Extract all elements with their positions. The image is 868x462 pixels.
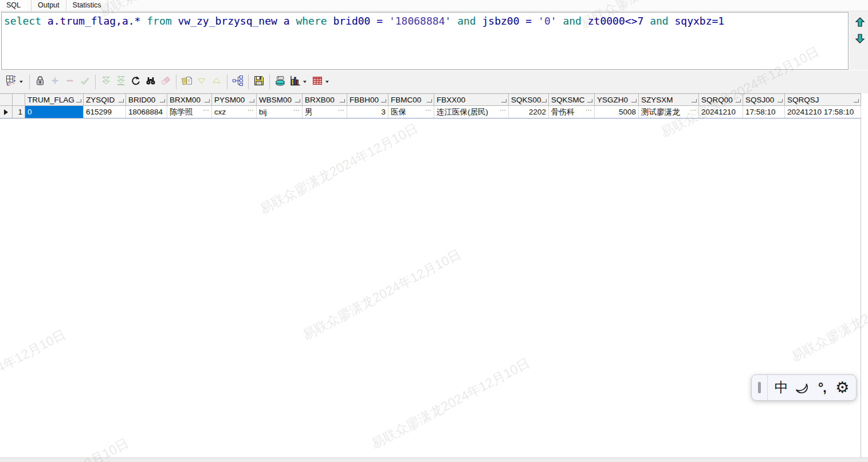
sql-token xyxy=(451,15,457,27)
column-header-sqrq00[interactable]: SQRQ00 xyxy=(699,94,743,106)
cell-wbsm00[interactable]: bij⋯ xyxy=(257,106,303,118)
column-summary-widget-icon[interactable] xyxy=(381,99,386,102)
fetch-next-page-button[interactable] xyxy=(99,74,113,89)
find-button[interactable] xyxy=(143,74,158,89)
column-summary-widget-icon[interactable] xyxy=(76,99,81,102)
save-results-icon xyxy=(253,75,265,89)
sql-editor[interactable]: select a.trum_flag,a.* from vw_zy_brzysq… xyxy=(1,12,849,70)
column-summary-widget-icon[interactable] xyxy=(119,99,124,102)
cell-zysqid[interactable]: 615299 xyxy=(84,106,126,118)
column-header-fbxx00[interactable]: FBXX00 xyxy=(434,94,509,106)
column-header-sqsj00[interactable]: SQSJ00 xyxy=(743,94,785,106)
column-header-pysm00[interactable]: PYSM00 xyxy=(212,94,257,106)
save-results-button[interactable] xyxy=(252,74,266,89)
cell-brxm00[interactable]: 陈学照⋯ xyxy=(167,106,212,118)
report-grid-button[interactable] xyxy=(310,74,325,89)
column-summary-widget-icon[interactable] xyxy=(340,99,345,102)
cell-trum_flag[interactable]: 0 xyxy=(25,106,84,118)
table-row: 1061529918068884陈学照⋯cxz⋯bij⋯男⋯3医保⋯连江医保(居… xyxy=(0,106,861,119)
tab-output[interactable]: Output xyxy=(31,0,66,11)
column-summary-widget-icon[interactable] xyxy=(587,99,592,102)
cell-sqks00[interactable]: 2202 xyxy=(509,106,549,118)
column-header-sqks00[interactable]: SQKS00 xyxy=(509,94,549,106)
ime-settings-button[interactable]: ⚙ xyxy=(833,377,851,398)
ime-chinese-mode-button[interactable]: 中 xyxy=(772,377,791,398)
column-header-zysqid[interactable]: ZYSQID xyxy=(84,94,126,106)
column-header-brxb00[interactable]: BRXB00 xyxy=(303,94,347,106)
column-header-brxm00[interactable]: BRXM00 xyxy=(167,94,212,106)
cell-sqksmc[interactable]: 骨伤科⋯ xyxy=(549,106,595,118)
cell-brid00[interactable]: 18068884 xyxy=(126,106,167,118)
column-summary-widget-icon[interactable] xyxy=(692,99,697,102)
cell-fbmc00[interactable]: 医保⋯ xyxy=(388,106,434,118)
cell-fbbh00[interactable]: 3 xyxy=(347,106,388,118)
cell-ellipsis-button[interactable]: ⋯ xyxy=(291,106,300,114)
column-summary-widget-icon[interactable] xyxy=(736,99,741,102)
single-record-view-button[interactable] xyxy=(230,74,245,89)
column-summary-widget-icon[interactable] xyxy=(205,99,210,102)
report-grid-dropdown-caret[interactable] xyxy=(325,81,329,83)
cell-brxb00[interactable]: 男⋯ xyxy=(303,106,347,118)
column-header-sqrqsj[interactable]: SQRQSJ xyxy=(785,94,861,106)
tab-statistics[interactable]: Statistics xyxy=(66,0,108,11)
column-header-trum_flag[interactable]: TRUM_FLAG xyxy=(25,94,84,106)
move-down-button[interactable] xyxy=(194,74,209,89)
column-summary-widget-icon[interactable] xyxy=(777,99,783,102)
chart-dropdown-caret[interactable] xyxy=(303,81,307,83)
column-summary-widget-icon[interactable] xyxy=(631,99,637,102)
lock-button[interactable] xyxy=(33,74,48,89)
previous-sql-button[interactable] xyxy=(854,17,866,28)
column-header-sqksmc[interactable]: SQKSMC xyxy=(549,94,595,106)
cell-ellipsis-button[interactable]: ⋯ xyxy=(245,106,254,114)
print-button[interactable] xyxy=(273,74,288,89)
sql-token xyxy=(557,15,563,27)
fetch-all-button[interactable] xyxy=(113,74,128,89)
ime-toolbar[interactable]: 中 °, ⚙ xyxy=(751,374,857,401)
column-header-fbmc00[interactable]: FBMC00 xyxy=(388,94,434,106)
cell-sqrq00[interactable]: 20241210 xyxy=(699,106,743,118)
copy-records-button[interactable] xyxy=(179,74,194,89)
post-changes-button[interactable] xyxy=(77,74,92,89)
column-summary-widget-icon[interactable] xyxy=(295,99,300,102)
next-sql-button[interactable] xyxy=(854,33,866,44)
column-summary-widget-icon[interactable] xyxy=(854,99,859,102)
column-header-ysgzh0[interactable]: YSGZH0 xyxy=(595,94,639,106)
move-up-button[interactable] xyxy=(209,74,224,89)
column-header-label: SQKSMC xyxy=(551,96,585,104)
column-summary-widget-icon[interactable] xyxy=(541,99,547,102)
cell-value: 17:58:10 xyxy=(745,108,776,116)
cell-ellipsis-button[interactable]: ⋯ xyxy=(497,106,506,114)
ime-half-full-width-button[interactable] xyxy=(792,377,811,398)
add-record-button[interactable] xyxy=(48,74,62,89)
cell-szysxm[interactable]: 测试廖潇龙⋯ xyxy=(639,106,699,118)
column-header-wbsm00[interactable]: WBSM00 xyxy=(257,94,303,106)
column-summary-widget-icon[interactable] xyxy=(501,99,506,102)
ime-punctuation-button[interactable]: °, xyxy=(813,377,831,398)
cell-ellipsis-button[interactable]: ⋯ xyxy=(583,106,592,114)
cell-sqsj00[interactable]: 17:58:10 xyxy=(743,106,785,118)
column-summary-widget-icon[interactable] xyxy=(427,99,432,102)
refresh-button[interactable] xyxy=(128,74,143,89)
data-grid-mode-dropdown-caret[interactable] xyxy=(19,81,23,83)
column-summary-widget-icon[interactable] xyxy=(249,99,254,102)
cell-ysgzh0[interactable]: 5008 xyxy=(595,106,639,118)
cell-ellipsis-button[interactable]: ⋯ xyxy=(336,106,344,114)
ime-drag-handle[interactable] xyxy=(752,375,767,400)
column-header-fbbh00[interactable]: FBBH00 xyxy=(347,94,388,106)
fetch-next-page-icon xyxy=(100,75,112,89)
remove-record-button[interactable] xyxy=(62,74,77,89)
cell-sqrqsj[interactable]: 20241210 17:58:10 xyxy=(785,106,861,118)
tab-sql[interactable]: SQL xyxy=(0,0,27,11)
column-header-szysxm[interactable]: SZYSXM xyxy=(639,94,699,106)
cell-pysm00[interactable]: cxz⋯ xyxy=(212,106,257,118)
column-header-brid00[interactable]: BRID00 xyxy=(126,94,167,106)
cell-ellipsis-button[interactable]: ⋯ xyxy=(688,106,696,114)
clear-eraser-button[interactable] xyxy=(158,74,173,89)
cell-ellipsis-button[interactable]: ⋯ xyxy=(423,106,431,114)
arrow-up-icon xyxy=(854,17,866,28)
cell-fbxx00[interactable]: 连江医保(居民)⋯ xyxy=(434,106,509,118)
data-grid-mode-button[interactable] xyxy=(4,74,19,89)
chart-button[interactable] xyxy=(288,74,303,89)
cell-ellipsis-button[interactable]: ⋯ xyxy=(201,106,209,114)
column-summary-widget-icon[interactable] xyxy=(160,99,165,102)
